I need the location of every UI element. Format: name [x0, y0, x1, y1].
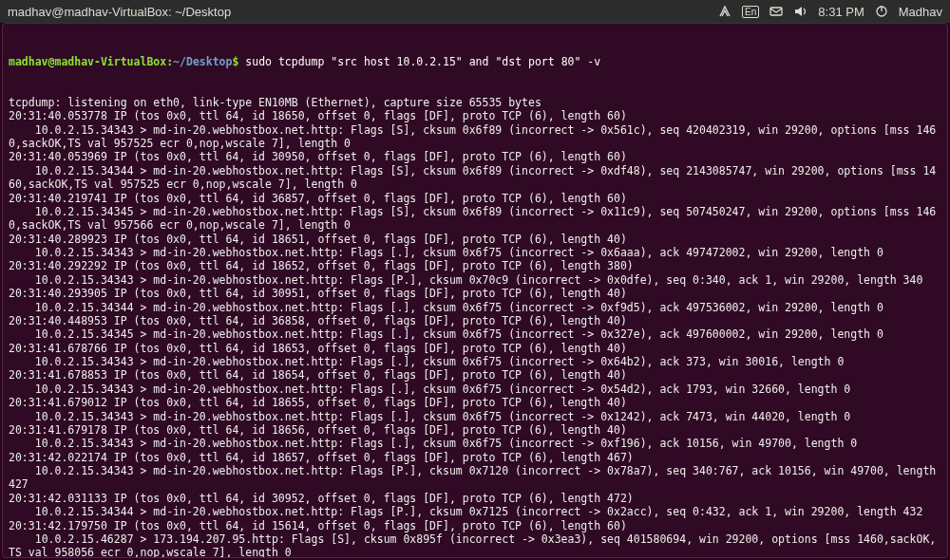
sound-icon[interactable]	[793, 4, 808, 19]
output-line: 20:31:42.022174 IP (tos 0x0, ttl 64, id …	[9, 451, 941, 464]
svg-rect-0	[770, 8, 782, 15]
output-line: 20:31:40.293905 IP (tos 0x0, ttl 64, id …	[9, 287, 941, 300]
window-title: madhav@madhav-VirtualBox: ~/Desktop	[8, 5, 717, 19]
output-line: 20:31:41.678853 IP (tos 0x0, ttl 64, id …	[9, 368, 941, 382]
output-line: 20:31:40.289923 IP (tos 0x0, ttl 64, id …	[9, 233, 941, 246]
input-language-indicator[interactable]: En	[742, 6, 759, 18]
output-line: 20:31:42.179750 IP (tos 0x0, ttl 64, id …	[9, 519, 941, 532]
output-line: 20:31:40.292292 IP (tos 0x0, ttl 64, id …	[9, 259, 941, 272]
terminal-output: tcpdump: listening on eth0, link-type EN…	[9, 96, 941, 558]
prompt-line: madhav@madhav-VirtualBox:~/Desktop$ sudo…	[9, 55, 941, 68]
output-line: 10.0.2.15.46287 > 173.194.207.95.http: F…	[9, 532, 941, 558]
output-line: 10.0.2.15.34343 > md-in-20.webhostbox.ne…	[9, 410, 941, 423]
output-line: 10.0.2.15.34343 > md-in-20.webhostbox.ne…	[9, 383, 941, 396]
output-line: 10.0.2.15.34344 > md-in-20.webhostbox.ne…	[9, 164, 941, 192]
output-line: 10.0.2.15.34343 > md-in-20.webhostbox.ne…	[9, 246, 941, 259]
output-line: 10.0.2.15.34343 > md-in-20.webhostbox.ne…	[9, 355, 941, 368]
output-line: 10.0.2.15.34343 > md-in-20.webhostbox.ne…	[9, 464, 941, 492]
prompt-userhost: madhav@madhav-VirtualBox	[9, 55, 166, 68]
network-icon[interactable]	[717, 4, 732, 19]
topbar: madhav@madhav-VirtualBox: ~/Desktop En 8…	[0, 0, 950, 23]
output-line: 10.0.2.15.34343 > md-in-20.webhostbox.ne…	[9, 273, 941, 287]
output-line: 20:31:41.679178 IP (tos 0x0, ttl 64, id …	[9, 423, 941, 437]
output-line: tcpdump: listening on eth0, link-type EN…	[9, 96, 941, 109]
output-line: 20:31:42.031133 IP (tos 0x0, ttl 64, id …	[9, 492, 941, 505]
command-text: sudo tcpdump "src host 10.0.2.15" and "d…	[245, 55, 600, 68]
output-line: 20:31:41.679012 IP (tos 0x0, ttl 64, id …	[9, 396, 941, 409]
user-menu[interactable]: Madhav	[899, 5, 942, 19]
output-line: 20:31:40.219741 IP (tos 0x0, ttl 64, id …	[9, 192, 941, 205]
output-line: 10.0.2.15.34344 > md-in-20.webhostbox.ne…	[9, 301, 941, 314]
output-line: 20:31:40.448953 IP (tos 0x0, ttl 64, id …	[9, 314, 941, 327]
output-line: 10.0.2.15.34343 > md-in-20.webhostbox.ne…	[9, 437, 941, 450]
power-icon[interactable]	[874, 4, 889, 19]
output-line: 20:31:41.678766 IP (tos 0x0, ttl 64, id …	[9, 342, 941, 355]
output-line: 10.0.2.15.34343 > md-in-20.webhostbox.ne…	[9, 123, 941, 151]
prompt-path: ~/Desktop	[173, 55, 232, 68]
output-line: 20:31:40.053778 IP (tos 0x0, ttl 64, id …	[9, 109, 941, 122]
terminal[interactable]: madhav@madhav-VirtualBox:~/Desktop$ sudo…	[2, 23, 948, 558]
output-line: 10.0.2.15.34344 > md-in-20.webhostbox.ne…	[9, 505, 941, 518]
system-tray: En 8:31 PM Madhav	[717, 4, 942, 19]
output-line: 10.0.2.15.34345 > md-in-20.webhostbox.ne…	[9, 327, 941, 341]
clock[interactable]: 8:31 PM	[818, 5, 864, 19]
output-line: 20:31:40.053969 IP (tos 0x0, ttl 64, id …	[9, 150, 941, 163]
output-line: 10.0.2.15.34345 > md-in-20.webhostbox.ne…	[9, 205, 941, 233]
messages-icon[interactable]	[769, 4, 784, 19]
